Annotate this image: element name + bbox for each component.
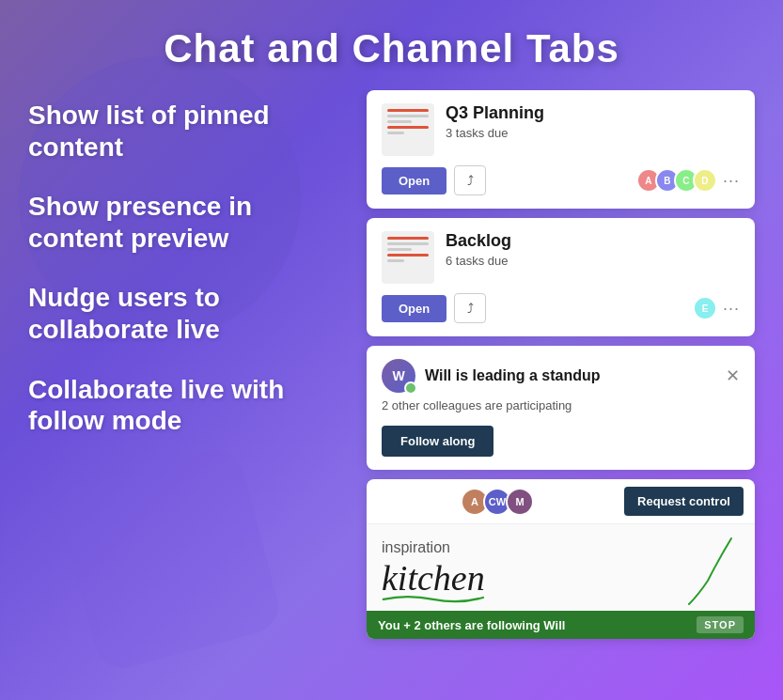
backlog-share-button[interactable]: ⤴ <box>454 293 486 323</box>
feature-pinned: Show list of pinned content <box>28 100 338 163</box>
backlog-actions: Open ⤴ E ··· <box>382 293 740 323</box>
q3-actions: Open ⤴ A B C D ··· <box>382 165 740 195</box>
q3-thumbnail <box>382 103 434 156</box>
following-bar: You + 2 others are following Will STOP <box>367 611 755 639</box>
backlog-more-button[interactable]: ··· <box>723 299 740 319</box>
presence-badge <box>404 381 417 395</box>
will-avatar: W <box>382 359 415 393</box>
standup-header: W Will is leading a standup ✕ <box>382 359 740 393</box>
thumb-line-1 <box>387 109 429 112</box>
q3-share-button[interactable]: ⤴ <box>454 165 486 195</box>
backlog-subtitle: 6 tasks due <box>446 254 740 268</box>
live-card: A CW M Request control inspiration kitch… <box>367 479 755 639</box>
request-control-button[interactable]: Request control <box>624 487 744 516</box>
backlog-avatar-group: E <box>693 296 717 320</box>
decorative-line <box>680 534 736 613</box>
bl-thumb-line-3 <box>387 248 412 251</box>
standup-subtitle: 2 other colleagues are participating <box>382 398 740 412</box>
standup-title: Will is leading a standup <box>425 367 601 384</box>
right-panel: Q3 Planning 3 tasks due Open ⤴ A B C D ·… <box>357 90 764 696</box>
backlog-card: Backlog 6 tasks due Open ⤴ E ··· <box>367 218 755 336</box>
share-icon: ⤴ <box>467 173 474 188</box>
feature-nudge: Nudge users to collaborate live <box>28 282 338 345</box>
live-toolbar: A CW M Request control <box>367 479 755 524</box>
thumb-line-4 <box>387 126 429 129</box>
feature-presence: Show presence in content preview <box>28 191 338 254</box>
avatar-4: D <box>693 168 717 193</box>
live-content: inspiration kitchen <box>367 524 755 611</box>
bl-thumb-line-4 <box>387 254 429 257</box>
q3-more-button[interactable]: ··· <box>723 171 740 191</box>
feature-follow: Collaborate live with follow mode <box>28 374 338 437</box>
left-panel: Show list of pinned content Show presenc… <box>19 90 357 696</box>
q3-info: Q3 Planning 3 tasks due <box>446 103 740 140</box>
q3-card-right: A B C D ··· <box>636 168 740 193</box>
bl-thumb-line-2 <box>387 242 429 245</box>
main-layout: Show list of pinned content Show presenc… <box>0 90 783 696</box>
live-avatar-group: A CW M <box>378 488 617 516</box>
q3-open-button[interactable]: Open <box>382 167 446 194</box>
q3-title: Q3 Planning <box>446 103 740 123</box>
q3-planning-card: Q3 Planning 3 tasks due Open ⤴ A B C D ·… <box>367 90 755 209</box>
thumb-line-3 <box>387 120 412 123</box>
page-title: Chat and Channel Tabs <box>0 0 783 90</box>
kitchen-underline-svg <box>382 592 485 603</box>
backlog-info: Backlog 6 tasks due <box>446 231 740 268</box>
backlog-open-button[interactable]: Open <box>382 295 446 322</box>
follow-along-button[interactable]: Follow along <box>382 426 493 457</box>
bl-thumb-line-1 <box>387 237 429 240</box>
thumb-line-2 <box>387 115 429 117</box>
live-avatar-3: M <box>506 488 534 516</box>
standup-card: W Will is leading a standup ✕ 2 other co… <box>367 346 755 470</box>
backlog-card-right: E ··· <box>693 296 740 320</box>
thumb-line-5 <box>387 132 404 134</box>
q3-avatar-group: A B C D <box>636 168 717 193</box>
share-icon-2: ⤴ <box>467 301 474 316</box>
q3-subtitle: 3 tasks due <box>446 126 740 140</box>
kitchen-word: kitchen <box>382 560 485 596</box>
standup-close-button[interactable]: ✕ <box>726 367 740 384</box>
stop-button[interactable]: STOP <box>697 616 744 633</box>
bl-thumb-line-5 <box>387 259 404 262</box>
standup-left: W Will is leading a standup <box>382 359 601 393</box>
backlog-avatar-1: E <box>693 296 717 320</box>
backlog-thumbnail <box>382 231 434 284</box>
following-text: You + 2 others are following Will <box>378 618 565 632</box>
backlog-title: Backlog <box>446 231 740 251</box>
